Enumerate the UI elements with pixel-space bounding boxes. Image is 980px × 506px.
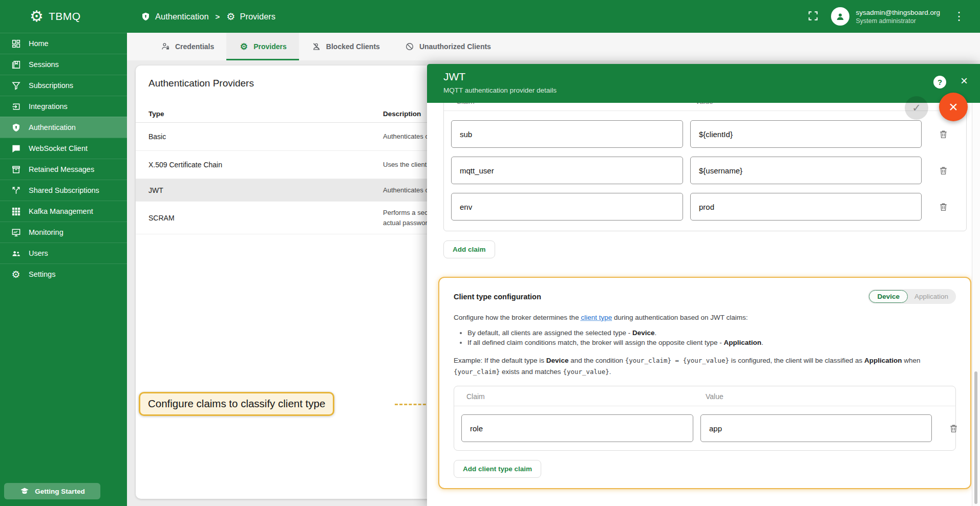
user-info[interactable]: sysadmin@thingsboard.org System administ… — [856, 9, 940, 25]
breadcrumb-providers[interactable]: ⚙ Providers — [226, 12, 275, 21]
client-type-claims-rows — [454, 406, 955, 450]
gear-icon: ⚙ — [239, 41, 249, 52]
sidebar-item-subscriptions[interactable]: Subscriptions — [0, 75, 127, 96]
client-type-bullet: By default, all clients are assigned the… — [454, 328, 956, 338]
scrollbar-thumb[interactable] — [974, 371, 977, 504]
client-type-claims-table: Claim Value — [454, 386, 956, 451]
jwt-provider-dialog: JWT MQTT authentication provider details… — [427, 64, 980, 506]
sidebar-item-users[interactable]: Users — [0, 243, 127, 263]
sidebar-item-label: Monitoring — [29, 228, 63, 236]
tbmq-logo-gear-icon: ⚙ — [30, 9, 44, 24]
claim-input[interactable] — [451, 193, 683, 221]
auth-shield-icon — [11, 122, 21, 133]
value-input[interactable] — [700, 414, 932, 442]
sidebar-item-label: Sessions — [29, 60, 59, 69]
tab-label: Unauthorized Clients — [419, 42, 491, 51]
sidebar-item-home[interactable]: Home — [0, 33, 127, 54]
delete-claim-icon[interactable] — [933, 196, 953, 217]
value-column-label: Value — [706, 392, 937, 401]
value-input[interactable] — [690, 120, 922, 148]
claims-table: Claim Value — [443, 103, 967, 231]
value-input[interactable] — [690, 193, 922, 221]
toggle-application[interactable]: Application — [908, 291, 955, 302]
value-column-label: Value — [695, 103, 927, 105]
sidebar-item-label: Users — [29, 249, 48, 257]
getting-started-label: Getting Started — [35, 488, 85, 495]
close-icon[interactable]: × — [961, 74, 968, 88]
claim-input[interactable] — [461, 414, 693, 442]
breadcrumb-authentication[interactable]: Authentication — [140, 11, 209, 21]
claim-row — [451, 193, 966, 221]
sidebar-item-shared-subscriptions[interactable]: Shared Subscriptions — [0, 180, 127, 201]
credentials-icon — [160, 41, 171, 52]
save-button[interactable]: ✓ — [905, 96, 928, 120]
client-type-example: Example: If the default type is Device a… — [454, 355, 956, 378]
sidebar-nav: HomeSessionsSubscriptionsIntegrationsAut… — [0, 33, 127, 284]
claim-input[interactable] — [451, 157, 683, 184]
sidebar-item-integrations[interactable]: Integrations — [0, 96, 127, 117]
client-type-bullets: By default, all clients are assigned the… — [454, 328, 956, 347]
claims-table-header: Claim Value — [444, 103, 966, 111]
tab-label: Providers — [253, 42, 287, 51]
chat-icon — [11, 143, 21, 153]
avatar[interactable] — [831, 7, 849, 26]
tab-providers[interactable]: ⚙Providers — [226, 33, 299, 60]
tab-unauthorized-clients[interactable]: Unauthorized Clients — [392, 33, 503, 60]
sidebar-item-websocket-client[interactable]: WebSocket Client — [0, 138, 127, 159]
value-input[interactable] — [690, 157, 922, 184]
delete-claim-icon[interactable] — [943, 418, 964, 438]
dialog-scrollbar[interactable] — [972, 103, 980, 506]
toggle-device[interactable]: Device — [869, 290, 908, 303]
gear-icon: ⚙ — [11, 269, 21, 279]
user-email: sysadmin@thingsboard.org — [856, 9, 940, 16]
tab-label: Blocked Clients — [326, 42, 380, 51]
sidebar-item-retained-messages[interactable]: Retained Messages — [0, 159, 127, 180]
claim-row — [451, 157, 966, 184]
archive-icon — [11, 164, 21, 174]
client-type-link[interactable]: client type — [581, 314, 612, 321]
app-logo[interactable]: ⚙ TBMQ — [0, 0, 127, 33]
kebab-menu-icon[interactable]: ⋮ — [951, 9, 967, 24]
claim-column-label: Claim — [466, 392, 698, 401]
person-icon — [835, 11, 845, 21]
split-icon — [11, 185, 21, 195]
sidebar-item-label: Settings — [29, 270, 55, 278]
claim-input[interactable] — [451, 120, 683, 148]
sidebar-item-monitoring[interactable]: Monitoring — [0, 222, 127, 243]
filter-icon — [11, 80, 21, 91]
monitor-icon — [11, 227, 21, 237]
sessions-icon — [11, 59, 21, 70]
getting-started-button[interactable]: Getting Started — [4, 483, 100, 499]
sidebar-item-label: Home — [29, 39, 49, 48]
add-claim-button[interactable]: Add claim — [443, 240, 495, 258]
tab-credentials[interactable]: Credentials — [148, 33, 226, 60]
dashboard-icon — [11, 38, 21, 49]
client-type-claims-header: Claim Value — [454, 386, 955, 406]
callout-connector — [395, 404, 431, 405]
claim-row — [461, 414, 955, 442]
dialog-header: JWT MQTT authentication provider details… — [427, 64, 980, 103]
sidebar-item-label: Shared Subscriptions — [29, 186, 99, 194]
client-type-bullet: If all defined claim conditions match, t… — [454, 338, 956, 347]
person-off-icon — [311, 41, 322, 52]
sidebar-item-kafka-management[interactable]: Kafka Management — [0, 201, 127, 222]
cancel-button[interactable]: × — [939, 93, 968, 121]
provider-type: JWT — [148, 186, 383, 194]
client-type-toggle: Device Application — [868, 289, 956, 304]
school-icon — [19, 486, 30, 496]
tab-blocked-clients[interactable]: Blocked Clients — [299, 33, 392, 60]
help-icon[interactable]: ? — [933, 76, 946, 89]
annotation-callout: Configure claims to classify client type — [139, 392, 334, 416]
claim-column-label: Claim — [456, 103, 688, 105]
sidebar-item-authentication[interactable]: Authentication — [0, 117, 127, 138]
claim-row — [451, 120, 966, 148]
sidebar-item-settings[interactable]: ⚙Settings — [0, 263, 127, 284]
sidebar-item-sessions[interactable]: Sessions — [0, 54, 127, 75]
sidebar-item-label: Integrations — [29, 102, 68, 111]
delete-claim-icon[interactable] — [933, 124, 953, 144]
fullscreen-icon[interactable] — [807, 10, 820, 23]
app-title: TBMQ — [49, 10, 81, 23]
add-client-type-claim-button[interactable]: Add client type claim — [454, 460, 541, 478]
sidebar: ⚙ TBMQ HomeSessionsSubscriptionsIntegrat… — [0, 0, 127, 506]
delete-claim-icon[interactable] — [933, 160, 953, 181]
